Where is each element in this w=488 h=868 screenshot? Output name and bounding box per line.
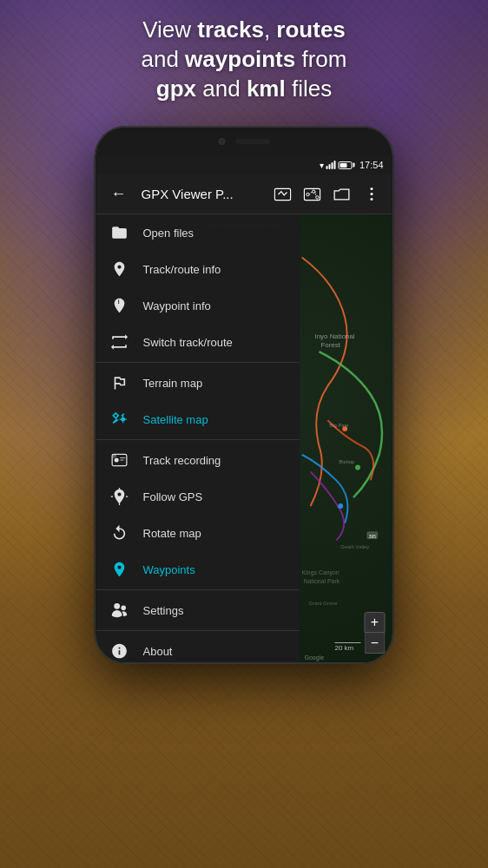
svg-text:395: 395 xyxy=(369,535,376,539)
menu-item-track-route-info[interactable]: Track/route info xyxy=(96,251,300,287)
phone-border: ▾ 17:54 ← GPX Viewer P... xyxy=(96,128,392,662)
map-routes-icon xyxy=(274,187,292,201)
overflow-menu-button[interactable] xyxy=(358,181,386,208)
zoom-in-button[interactable]: + xyxy=(365,612,386,633)
map-scale-label: 20 km xyxy=(335,642,361,652)
zoom-out-button[interactable]: − xyxy=(365,633,386,654)
track-icon-button[interactable] xyxy=(299,181,326,208)
menu-item-open-files[interactable]: Open files xyxy=(96,214,300,251)
wifi-icon: ▾ xyxy=(320,161,324,170)
back-button[interactable]: ← xyxy=(103,179,135,210)
status-time: 17:54 xyxy=(359,160,384,170)
waypoints-icon xyxy=(110,560,129,579)
switch-track-route-label: Switch track/route xyxy=(143,336,233,349)
folder-icon xyxy=(333,187,351,201)
svg-point-20 xyxy=(121,418,125,422)
waypoint-info-icon: i xyxy=(110,296,129,315)
svg-text:Grant Grove: Grant Grove xyxy=(309,601,338,606)
battery-fill xyxy=(340,163,347,168)
svg-point-8 xyxy=(355,465,360,470)
toolbar-title: GPX Viewer P... xyxy=(138,187,266,201)
satellite-map-label: Satellite map xyxy=(143,413,208,426)
svg-point-2 xyxy=(307,193,309,195)
phone-frame: ▾ 17:54 ← GPX Viewer P... xyxy=(95,126,394,664)
battery-icon xyxy=(339,161,353,169)
phone-top-bar xyxy=(96,128,392,155)
svg-point-4 xyxy=(316,195,319,198)
divider-2 xyxy=(96,439,300,440)
divider-1 xyxy=(96,362,300,363)
svg-rect-0 xyxy=(274,188,290,200)
switch-track-icon xyxy=(110,332,129,352)
menu-item-follow-gps[interactable]: Follow GPS xyxy=(96,478,300,515)
back-arrow-icon: ← xyxy=(111,185,127,203)
track-icon xyxy=(304,187,321,201)
waypoint-info-label: Waypoint info xyxy=(143,299,211,312)
google-attribution: Google xyxy=(305,654,325,661)
menu-item-settings[interactable]: Settings xyxy=(96,592,300,628)
terrain-map-label: Terrain map xyxy=(143,377,203,390)
follow-gps-icon xyxy=(110,487,129,506)
menu-item-waypoints[interactable]: Waypoints xyxy=(96,551,300,588)
tagline-text: View tracks, routes and waypoints from g… xyxy=(35,16,453,103)
svg-text:Death Valley: Death Valley xyxy=(340,544,369,549)
three-dot-icon xyxy=(370,187,373,201)
settings-label: Settings xyxy=(143,604,184,617)
menu-item-rotate-map[interactable]: Rotate map xyxy=(96,515,300,551)
divider-4 xyxy=(96,630,300,631)
status-icons: ▾ xyxy=(320,161,353,170)
menu-item-terrain-map[interactable]: Terrain map xyxy=(96,365,300,401)
app-toolbar: ← GPX Viewer P... xyxy=(96,174,392,214)
drawer-container: All tracks/routes (20) Inyo National For… xyxy=(96,214,392,662)
svg-point-9 xyxy=(338,503,343,509)
waypoints-label: Waypoints xyxy=(143,563,195,576)
folder-button[interactable] xyxy=(328,181,356,208)
svg-text:Bishop: Bishop xyxy=(339,459,355,464)
open-files-icon xyxy=(110,223,129,242)
divider-3 xyxy=(96,589,300,590)
svg-text:Inyo National: Inyo National xyxy=(315,332,355,340)
track-recording-icon: REC xyxy=(110,450,129,470)
menu-item-about[interactable]: About xyxy=(96,633,300,662)
settings-icon xyxy=(110,601,129,620)
open-files-label: Open files xyxy=(143,227,195,240)
phone-speaker xyxy=(235,139,270,144)
menu-item-switch-track-route[interactable]: Switch track/route xyxy=(96,324,300,360)
svg-text:Forest: Forest xyxy=(320,341,340,349)
menu-item-track-recording[interactable]: REC Track recording xyxy=(96,442,300,478)
svg-text:i: i xyxy=(118,299,120,305)
svg-text:National Park: National Park xyxy=(304,578,340,584)
svg-text:Kings Canyon: Kings Canyon xyxy=(302,569,340,576)
phone-camera xyxy=(218,138,225,145)
terrain-map-icon xyxy=(110,373,129,392)
svg-text:Big Pine: Big Pine xyxy=(329,423,349,428)
status-bar: ▾ 17:54 xyxy=(96,155,392,174)
map-view-button[interactable] xyxy=(269,181,297,208)
satellite-map-icon xyxy=(110,410,129,429)
track-route-info-label: Track/route info xyxy=(143,263,221,276)
about-icon xyxy=(110,641,129,661)
menu-item-satellite-map[interactable]: Satellite map xyxy=(96,401,300,437)
follow-gps-label: Follow GPS xyxy=(143,490,203,503)
map-zoom-controls: + − xyxy=(365,612,386,654)
rotate-map-icon xyxy=(110,523,129,542)
about-label: About xyxy=(143,645,173,658)
scale-bar xyxy=(335,642,361,643)
track-route-info-icon xyxy=(110,260,129,279)
tagline-container: View tracks, routes and waypoints from g… xyxy=(0,16,488,103)
svg-text:REC: REC xyxy=(113,456,120,459)
signal-icon xyxy=(326,161,336,169)
toolbar-icons xyxy=(269,181,386,208)
menu-item-waypoint-info[interactable]: i Waypoint info xyxy=(96,287,300,324)
rotate-map-label: Rotate map xyxy=(143,527,201,540)
drawer-menu: Open files Track/route info xyxy=(96,214,300,662)
track-recording-label: Track recording xyxy=(143,454,221,467)
svg-point-18 xyxy=(118,266,121,268)
svg-point-3 xyxy=(313,190,315,193)
